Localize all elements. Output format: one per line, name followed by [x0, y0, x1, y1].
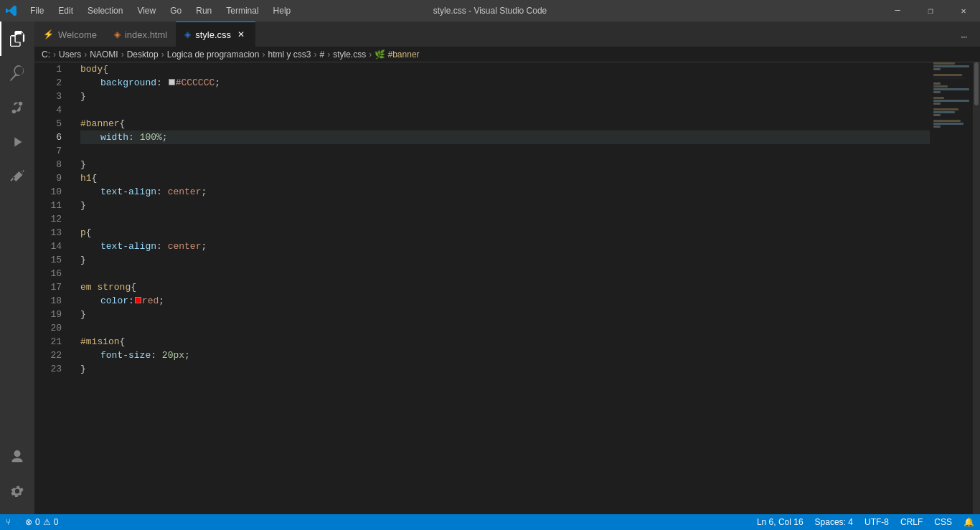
split-editor-button[interactable]: ⋯: [954, 27, 974, 47]
breadcrumb-naomi[interactable]: NAOMI: [90, 49, 118, 60]
window-controls: ─ ❐ ✕: [881, 0, 980, 22]
cursor-position[interactable]: Ln 6, Col 16: [751, 514, 809, 530]
breadcrumb-file[interactable]: style.css: [333, 49, 366, 60]
code-line-16: [80, 267, 930, 280]
close-button[interactable]: ✕: [947, 0, 980, 22]
errors-warnings[interactable]: ⊗ 0 ⚠ 0: [19, 514, 64, 530]
code-line-2: background: #CCCCCC;: [80, 76, 930, 90]
feedback-icon: 🔔: [963, 517, 974, 527]
indentation[interactable]: Spaces: 4: [809, 514, 859, 530]
tab-style-css[interactable]: ◈ style.css ✕: [176, 22, 255, 47]
editor[interactable]: 1 2 3 4 5 6 7 8 9 10 11 12 13 14 15 16 1…: [34, 62, 980, 514]
warning-icon: ⚠: [43, 517, 51, 527]
breadcrumb-symbol[interactable]: 🌿 #banner: [374, 49, 419, 60]
activity-run[interactable]: [0, 125, 34, 159]
titlebar: File Edit Selection View Go Run Terminal…: [0, 0, 980, 22]
error-count: 0: [35, 517, 40, 527]
code-line-22: font-size: 20px;: [80, 349, 930, 362]
feedback-button[interactable]: 🔔: [958, 514, 980, 530]
html-icon: ◈: [114, 29, 121, 39]
tab-welcome[interactable]: ⚡ Welcome: [34, 22, 105, 47]
status-bar: ⑂ ⊗ 0 ⚠ 0 Ln 6, Col 16 Spaces: 4 UTF-8 C…: [0, 514, 980, 530]
git-branch[interactable]: ⑂: [0, 514, 19, 530]
code-line-5: #banner{: [80, 117, 930, 131]
welcome-icon: ⚡: [43, 29, 54, 39]
activity-settings[interactable]: [0, 474, 34, 508]
code-line-15: }: [80, 253, 930, 267]
code-line-10: text-align: center;: [80, 185, 930, 199]
code-line-18: color:red;: [80, 294, 930, 308]
code-line-1: body{: [80, 62, 930, 76]
code-line-13: p{: [80, 226, 930, 240]
editor-container: ⚡ Welcome ◈ index.html ◈ style.css ✕ ⋯ C…: [34, 22, 980, 514]
restore-button[interactable]: ❐: [914, 0, 947, 22]
breadcrumb-c[interactable]: C:: [42, 49, 50, 60]
status-right: Ln 6, Col 16 Spaces: 4 UTF-8 CRLF CSS 🔔: [751, 514, 980, 530]
code-line-14: text-align: center;: [80, 240, 930, 253]
menu-go[interactable]: Go: [163, 0, 189, 22]
code-line-6: width: 100%;: [80, 131, 930, 144]
code-line-7: [80, 144, 930, 158]
warning-count: 0: [54, 517, 59, 527]
code-line-8: }: [80, 158, 930, 171]
menu-help[interactable]: Help: [266, 0, 298, 22]
activity-extensions[interactable]: [0, 159, 34, 194]
minimap: [930, 62, 973, 514]
code-editor[interactable]: body{ background: #CCCCCC; } #banner{ wi…: [77, 62, 930, 514]
activity-source-control[interactable]: [0, 90, 34, 125]
line-numbers: 1 2 3 4 5 6 7 8 9 10 11 12 13 14 15 16 1…: [34, 62, 77, 514]
activity-account[interactable]: [0, 440, 34, 474]
breadcrumb: C: › Users › NAOMI › Desktop › Logica de…: [34, 47, 980, 62]
breadcrumb-project[interactable]: Logica de programacion: [167, 49, 260, 60]
app-body: ⚡ Welcome ◈ index.html ◈ style.css ✕ ⋯ C…: [0, 22, 980, 514]
tab-index-html[interactable]: ◈ index.html: [105, 22, 176, 47]
menu-edit[interactable]: Edit: [51, 0, 80, 22]
minimize-button[interactable]: ─: [881, 0, 914, 22]
css-icon: ◈: [184, 29, 191, 39]
window-title: style.css - Visual Studio Code: [433, 6, 547, 16]
breadcrumb-hash: #: [319, 49, 324, 60]
code-line-17: em strong{: [80, 280, 930, 294]
breadcrumb-desktop[interactable]: Desktop: [127, 49, 159, 60]
line-ending[interactable]: CRLF: [895, 514, 928, 530]
code-line-3: }: [80, 90, 930, 103]
scrollbar-thumb[interactable]: [974, 62, 979, 105]
git-branch-icon: ⑂: [6, 517, 11, 527]
tab-close-button[interactable]: ✕: [235, 29, 247, 40]
breadcrumb-folder[interactable]: html y css3: [268, 49, 311, 60]
activity-explorer[interactable]: [0, 22, 34, 56]
tab-bar: ⚡ Welcome ◈ index.html ◈ style.css ✕ ⋯: [34, 22, 980, 47]
code-line-20: [80, 321, 930, 335]
menu-bar: File Edit Selection View Go Run Terminal…: [23, 0, 298, 22]
code-line-21: #mision{: [80, 335, 930, 349]
code-line-19: }: [80, 308, 930, 321]
menu-selection[interactable]: Selection: [80, 0, 130, 22]
breadcrumb-users[interactable]: Users: [59, 49, 81, 60]
code-line-9: h1{: [80, 171, 930, 185]
code-line-4: [80, 103, 930, 117]
status-left: ⑂ ⊗ 0 ⚠ 0: [0, 514, 64, 530]
scrollbar[interactable]: [973, 62, 980, 514]
activity-bar-bottom: [0, 440, 34, 514]
code-line-11: }: [80, 199, 930, 212]
activity-bar: [0, 22, 34, 514]
tab-bar-actions: ⋯: [954, 27, 980, 47]
error-icon: ⊗: [25, 517, 32, 527]
code-line-23: }: [80, 362, 930, 376]
code-line-12: [80, 212, 930, 226]
encoding[interactable]: UTF-8: [859, 514, 895, 530]
menu-file[interactable]: File: [23, 0, 51, 22]
language-mode[interactable]: CSS: [928, 514, 958, 530]
menu-run[interactable]: Run: [189, 0, 219, 22]
activity-search[interactable]: [0, 56, 34, 90]
menu-view[interactable]: View: [130, 0, 163, 22]
menu-terminal[interactable]: Terminal: [219, 0, 265, 22]
